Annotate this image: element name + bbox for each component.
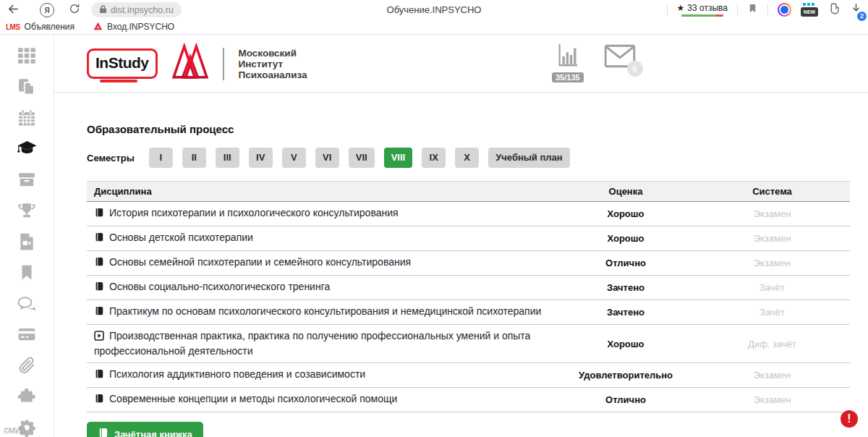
table-row: Основы социально-психологического тренин… [87, 276, 850, 300]
header-logos: InStudy Мос [87, 43, 307, 85]
discipline-cell[interactable]: Производственная практика, практика по п… [87, 325, 557, 363]
separator [737, 4, 738, 15]
col-grade: Оценка [557, 182, 694, 202]
lock-icon [99, 4, 107, 16]
tab-semester-10[interactable]: X [455, 148, 479, 168]
tab-semester-2[interactable]: II [182, 148, 206, 168]
table-row: Основы семейной психотерапии и семейного… [87, 251, 850, 276]
address-bar[interactable]: dist.inpsycho.ru [91, 2, 182, 17]
discipline-cell[interactable]: Практикум по основам психологического ко… [87, 300, 557, 325]
awards-trophy-icon[interactable] [17, 201, 37, 221]
main-area: InStudy Мос [54, 35, 868, 437]
app-area: ©МИП InStudy [0, 35, 868, 437]
book-icon [94, 258, 104, 269]
browser-circle-icon[interactable] [778, 3, 791, 17]
lms-favicon: LMS [6, 23, 20, 31]
discipline-cell[interactable]: История психотерапии и психологического … [87, 202, 557, 226]
discipline-cell[interactable]: Основы семейной психотерапии и семейного… [87, 251, 557, 276]
system-cell: Диф. зачёт [694, 325, 850, 363]
star-icon: ★ [677, 3, 685, 13]
table-row: Основы детской психотерапии Хорошо Экзам… [87, 226, 850, 251]
discipline-cell[interactable]: Современные концепции и методы психологи… [87, 388, 557, 412]
instudy-logo[interactable]: InStudy [87, 48, 158, 79]
messages-badge: 0 [627, 61, 643, 77]
system-cell: Зачёт [694, 300, 850, 325]
bookmark-flag-icon[interactable] [747, 2, 758, 17]
attachments-paperclip-icon[interactable] [17, 356, 37, 376]
book-icon [94, 370, 104, 381]
glove-icon[interactable] [827, 2, 841, 18]
bookmark-lms[interactable]: LMS Объявления [6, 22, 75, 32]
system-cell: Экзамен [694, 388, 850, 412]
discipline-cell[interactable]: Психология аддиктивного поведения и соза… [87, 363, 557, 388]
tab-semester-5[interactable]: V [282, 148, 306, 168]
col-discipline: Дисциплина [87, 182, 557, 202]
bookmark-inpsycho[interactable]: Вход.INPSYCHO [93, 22, 174, 33]
new-badge-icon[interactable]: NEW [801, 3, 818, 17]
tab-semester-8[interactable]: VIII [384, 148, 413, 168]
video-materials-icon[interactable] [17, 232, 37, 252]
payments-card-icon[interactable] [17, 325, 37, 344]
tab-semester-7[interactable]: VII [349, 148, 375, 168]
table-row: Психология аддиктивного поведения и соза… [87, 363, 850, 388]
disciplines-table: Дисциплина Оценка Система История психот… [87, 181, 850, 412]
grade-cell: Удовлетворительно [557, 363, 694, 388]
discipline-cell[interactable]: Основы социально-психологического тренин… [87, 276, 557, 300]
video-icon [94, 331, 104, 343]
browser-window: Я dist.inpsycho.ru Обучение.INPSYCHO ★ 3… [0, 0, 868, 437]
refresh-icon[interactable] [69, 3, 80, 14]
table-row: Производственная практика, практика по п… [87, 325, 850, 363]
page-tab-title: Обучение.INPSYCHO [217, 4, 651, 15]
extensions-puzzle-icon[interactable] [17, 386, 37, 406]
book-icon [98, 428, 109, 437]
site-rating-button[interactable]: ★ 33 отзыва [677, 3, 728, 17]
grade-cell: Зачтено [557, 276, 694, 300]
table-header-row: Дисциплина Оценка Система [87, 182, 850, 202]
back-icon[interactable] [7, 3, 20, 15]
system-cell: Экзамен [694, 226, 850, 251]
url-text: dist.inpsycho.ru [111, 5, 174, 15]
tab-semester-6[interactable]: VI [315, 148, 339, 168]
tab-semester-1[interactable]: I [149, 148, 173, 168]
error-notification-icon[interactable]: ! [841, 410, 858, 428]
grade-cell: Отлично [557, 388, 694, 412]
tab-curriculum[interactable]: Учебный план [488, 148, 569, 168]
separator [667, 4, 668, 15]
book-icon [94, 233, 104, 245]
messages-envelope-button[interactable]: 0 [604, 44, 636, 71]
book-icon [94, 394, 104, 406]
documents-icon[interactable] [17, 77, 37, 97]
tab-semester-4[interactable]: IV [249, 148, 273, 168]
apps-grid-icon[interactable] [17, 46, 37, 66]
calendar-icon[interactable] [17, 109, 37, 128]
system-cell: Зачёт [694, 276, 850, 300]
progress-stats-button[interactable]: 35/135 [552, 41, 584, 82]
grade-cell: Зачтено [557, 300, 694, 325]
system-cell: Экзамен [694, 363, 850, 388]
mip-triangles-logo[interactable] [172, 43, 208, 85]
progress-badge: 35/135 [552, 72, 584, 82]
grade-cell: Отлично [557, 251, 694, 276]
bar-chart-icon [553, 41, 583, 72]
table-row: Практикум по основам психологического ко… [87, 300, 850, 325]
bookmarks-bar: LMS Объявления Вход.INPSYCHO [0, 20, 868, 35]
discipline-cell[interactable]: Основы детской психотерапии [87, 226, 557, 251]
grade-cell: Хорошо [557, 325, 694, 363]
system-cell: Экзамен [694, 202, 850, 226]
book-icon [94, 307, 104, 318]
gradebook-button[interactable]: Зачётная книжка [87, 422, 203, 437]
yandex-icon[interactable]: Я [40, 3, 54, 17]
tab-semester-3[interactable]: III [216, 148, 239, 168]
downloads-button[interactable]: 2 [850, 2, 862, 18]
toolbar-right-cluster: ★ 33 отзыва NEW 2 [667, 1, 862, 18]
messages-icon[interactable] [17, 294, 37, 313]
rating-bar [681, 14, 723, 17]
archive-box-icon[interactable] [17, 170, 37, 190]
tab-semester-9[interactable]: IX [422, 148, 446, 168]
education-icon[interactable] [17, 139, 37, 158]
grade-cell: Хорошо [557, 226, 694, 251]
bookmarks-icon[interactable] [17, 263, 37, 282]
semesters-label: Семестры [87, 153, 135, 164]
mip-triangle-favicon [93, 22, 103, 33]
browser-toolbar: Я dist.inpsycho.ru Обучение.INPSYCHO ★ 3… [0, 0, 868, 20]
